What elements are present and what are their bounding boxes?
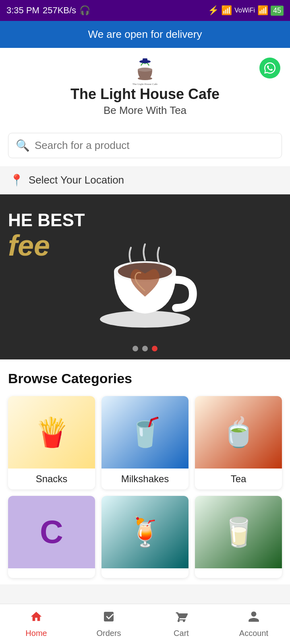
orders-icon [102,610,115,626]
category-label-tea: Tea [195,469,282,489]
nav-home-label: Home [25,629,47,638]
category-label-blue-drink [102,568,188,578]
location-bar[interactable]: 📍 Select Your Location [0,166,290,194]
carousel-slide-coffee: HE BEST fee [0,194,290,359]
carousel-dot-1[interactable] [133,346,138,351]
bottom-nav: Home Orders Cart Account [0,604,290,644]
category-card-tea[interactable]: 🍵 Tea [195,396,282,489]
status-network: 257KB/s [43,5,76,16]
search-box[interactable]: 🔍 [8,133,282,158]
status-bar: 3:35 PM 257KB/s 🎧 ⚡ 📶 VoWiFi 📶 45 [0,0,290,21]
category-card-blue-drink[interactable]: 🍹 [102,496,188,578]
status-time: 3:35 PM [6,5,39,16]
category-label-snacks: Snacks [8,469,95,489]
search-input[interactable] [35,139,274,152]
cafe-logo: The Light House Cafe [129,58,161,86]
search-container: 🔍 [0,128,290,166]
svg-rect-3 [143,58,147,62]
svg-text:The Light House Cafe: The Light House Cafe [133,83,157,86]
category-label-c [8,568,95,578]
category-image-milkshakes: 🥤 [102,396,188,469]
status-right: ⚡ 📶 VoWiFi 📶 45 [208,5,284,16]
nav-cart-label: Cart [174,629,189,638]
browse-section: Browse Categories 🍟 Snacks 🥤 Milkshakes … [0,359,290,584]
carousel-inner: HE BEST fee [0,194,290,359]
category-image-c: C [8,496,95,568]
carousel[interactable]: HE BEST fee [0,194,290,359]
cart-icon [175,610,188,626]
carousel-dot-2[interactable] [142,346,148,351]
nav-orders-label: Orders [96,629,121,638]
whatsapp-icon [263,62,276,74]
location-pin-icon: 📍 [10,173,24,187]
category-card-green-drink[interactable]: 🥛 [195,496,282,578]
vowifi-icon: VoWiFi [234,7,255,14]
search-icon: 🔍 [16,139,30,152]
carousel-dots [133,346,157,351]
nav-account-label: Account [239,629,268,638]
status-left: 3:35 PM 257KB/s 🎧 [6,5,90,16]
home-icon [30,610,43,626]
cafe-name: The Light House Cafe [70,86,220,103]
category-image-blue-drink: 🍹 [102,496,188,568]
header: The Light House Cafe The Light House Caf… [0,48,290,128]
location-text: Select Your Location [29,174,124,186]
category-image-tea: 🍵 [221,416,256,449]
category-label-milkshakes: Milkshakes [102,469,188,489]
signal-icon: 📶 [221,5,232,16]
category-card-snacks[interactable]: 🍟 Snacks [8,396,95,489]
svg-point-1 [138,68,152,72]
category-label-green-drink [195,568,282,578]
bluetooth-icon: ⚡ [208,5,219,16]
browse-title: Browse Categories [8,371,282,386]
battery-icon: 45 [271,6,284,16]
categories-grid: 🍟 Snacks 🥤 Milkshakes 🍵 Tea C 🍹 🥛 [8,396,282,578]
carousel-dot-3[interactable] [152,346,157,351]
category-card-c[interactable]: C [8,496,95,578]
nav-account[interactable]: Account [218,604,290,644]
logo-area: The Light House Cafe The Light House Caf… [8,58,282,117]
headphone-icon: 🎧 [79,5,90,16]
nav-orders[interactable]: Orders [72,604,145,644]
whatsapp-button[interactable] [259,58,280,78]
category-card-milkshakes[interactable]: 🥤 Milkshakes [102,396,188,489]
category-image-green-drink: 🥛 [195,496,282,568]
coffee-cup-svg [89,221,201,333]
nav-home[interactable]: Home [0,604,72,644]
delivery-banner: We are open for delivery [0,21,290,48]
cafe-tagline: Be More With Tea [104,104,186,117]
nav-cart[interactable]: Cart [145,604,218,644]
wifi-icon: 📶 [257,5,268,16]
category-image-snacks: 🍟 [8,396,95,469]
account-icon [247,610,260,626]
